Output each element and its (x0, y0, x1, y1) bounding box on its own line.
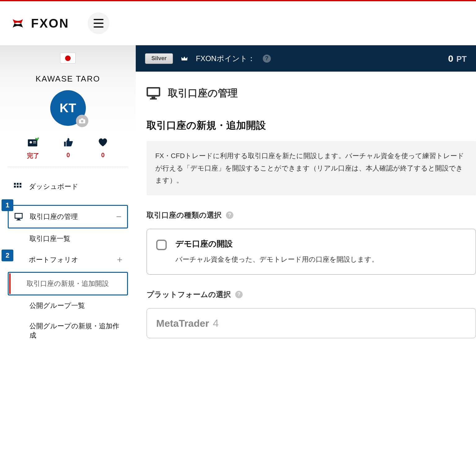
svg-rect-16 (147, 88, 160, 96)
help-icon[interactable]: ? (235, 291, 243, 298)
stat-likes[interactable]: 0 (62, 137, 74, 160)
svg-rect-7 (14, 183, 16, 185)
topbar: Silver FXONポイント： ? 0PT (136, 45, 476, 72)
grid-icon (13, 183, 22, 190)
expand-icon[interactable]: + (117, 255, 122, 265)
new-account-card: 取引口座の新規・追加開設 FX・CFDトレードに利用する取引口座を新たに開設しま… (147, 119, 476, 338)
option-mt4[interactable]: MetaTrader 4 (147, 308, 476, 338)
camera-icon[interactable] (76, 115, 88, 127)
svg-rect-15 (16, 220, 21, 220)
brand-logo[interactable]: FXON (9, 15, 69, 32)
locale-flag[interactable] (0, 45, 136, 72)
nav-dashboard[interactable]: ダッシュボード (8, 176, 128, 197)
stat-verify[interactable]: 完了 (27, 137, 39, 160)
svg-rect-12 (20, 186, 21, 188)
nav-public-groups[interactable]: 公開グループ一覧 (8, 295, 128, 316)
logo-mark-icon (9, 15, 26, 32)
brand-name: FXON (31, 16, 69, 30)
svg-rect-1 (81, 118, 83, 120)
help-icon[interactable]: ? (226, 211, 233, 219)
svg-point-4 (30, 141, 32, 144)
option-title: デモ口座の開設 (175, 238, 378, 249)
svg-rect-17 (152, 97, 155, 98)
nav-accounts-mgmt[interactable]: 取引口座の管理 − (8, 205, 128, 228)
tier-badge[interactable]: Silver (145, 53, 173, 64)
svg-rect-9 (20, 183, 21, 185)
svg-point-2 (81, 120, 83, 122)
points-value: 0PT (448, 53, 467, 64)
collapse-icon[interactable]: − (116, 211, 121, 222)
menu-button[interactable] (88, 12, 109, 34)
nav-accounts-list[interactable]: 取引口座一覧 (8, 228, 128, 249)
nav-public-groups-new[interactable]: 公開グループの新規・追加作成 (8, 316, 128, 346)
step-badge-2: 2 (2, 250, 13, 261)
platform-heading: プラットフォームの選択 ? (147, 290, 476, 299)
nav-new-account[interactable]: 取引口座の新規・追加開設 (8, 272, 128, 295)
points-label: FXONポイント： (196, 54, 255, 64)
help-icon[interactable]: ? (263, 55, 271, 63)
section-heading: 取引口座の新規・追加開設 (147, 119, 476, 132)
svg-rect-10 (14, 186, 16, 188)
avatar[interactable]: KT (50, 90, 86, 126)
svg-rect-8 (17, 183, 19, 185)
thumbs-up-icon (62, 137, 74, 147)
svg-rect-18 (150, 98, 157, 100)
notice-box: FX・CFDトレードに利用する取引口座を新たに開設します。バーチャル資金を使って… (147, 141, 476, 195)
content: Silver FXONポイント： ? 0PT 取引口座の管理 取引口座の新規・追… (136, 45, 476, 465)
page-title: 取引口座の管理 (136, 72, 476, 109)
svg-rect-11 (17, 186, 19, 188)
monitor-icon (147, 87, 160, 100)
svg-rect-14 (17, 219, 20, 220)
sidebar: KAWASE TARO KT 完了 0 0 (0, 45, 136, 465)
heart-icon (97, 137, 109, 147)
svg-rect-13 (15, 213, 22, 218)
id-card-icon (27, 137, 39, 147)
checkbox[interactable] (156, 240, 167, 250)
svg-rect-6 (33, 143, 36, 143)
svg-rect-5 (33, 141, 36, 142)
option-demo[interactable]: デモ口座の開設 バーチャル資金を使った、デモトレード用の口座を開設します。 (147, 229, 476, 275)
monitor-icon (14, 213, 23, 220)
header: FXON (0, 1, 476, 45)
stat-favs[interactable]: 0 (97, 137, 109, 160)
crown-icon (181, 55, 188, 62)
account-type-heading: 取引口座の種類の選択 ? (147, 210, 476, 220)
user-name: KAWASE TARO (0, 72, 136, 90)
nav-portfolio[interactable]: 2 ポートフォリオ + (8, 249, 128, 271)
option-desc: バーチャル資金を使った、デモトレード用の口座を開設します。 (175, 254, 378, 265)
